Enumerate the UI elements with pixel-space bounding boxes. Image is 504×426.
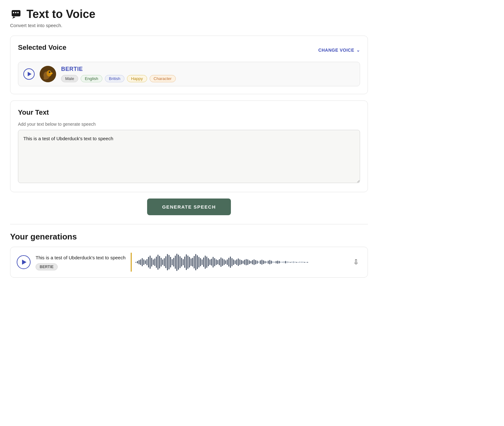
generate-speech-button[interactable]: GENERATE SPEECH: [147, 199, 231, 215]
waveform-bar: [257, 261, 258, 263]
waveform-bar: [183, 259, 184, 266]
waveform-bar: [239, 259, 240, 265]
chevron-down-icon: ⌄: [356, 48, 360, 53]
waveform-bar: [291, 262, 292, 263]
svg-marker-1: [12, 16, 15, 19]
waveform-bar: [255, 260, 256, 264]
waveform-bar: [180, 256, 180, 268]
waveform-bar: [145, 260, 146, 264]
download-button[interactable]: ⇩: [351, 256, 361, 269]
text-input[interactable]: [18, 130, 360, 183]
generation-play-button[interactable]: [17, 255, 31, 269]
waveform-bar: [260, 260, 261, 264]
svg-rect-3: [15, 12, 16, 13]
waveform-bar: [241, 260, 242, 264]
waveform-bar: [288, 262, 289, 263]
waveform-bar: [170, 257, 171, 267]
svg-point-9: [50, 72, 50, 72]
waveform-bar: [192, 258, 193, 267]
waveform-bar: [200, 258, 201, 267]
waveform-bar: [266, 261, 267, 263]
generation-item: This is a test of Ubderduck's text to sp…: [10, 247, 368, 278]
waveform-bar: [172, 259, 173, 266]
generation-voice-tag: BERTIE: [36, 263, 58, 270]
waveform-bar: [175, 256, 176, 269]
play-icon: [28, 72, 32, 76]
waveform-bar: [137, 261, 138, 263]
waveform-bar: [295, 262, 295, 263]
tag-english: English: [81, 75, 102, 82]
waveform-bar: [269, 260, 270, 264]
waveform-bar: [195, 254, 196, 270]
waveform-bar: [282, 262, 283, 263]
waveform-bar: [249, 260, 250, 264]
waveform-bar: [176, 254, 177, 271]
tag-british: British: [105, 75, 124, 82]
waveform-bar: [205, 256, 206, 269]
page-title: Text to Voice: [26, 8, 95, 21]
waveform-bar: [161, 258, 162, 267]
waveform-bar: [213, 257, 214, 268]
waveform-bar: [216, 259, 217, 265]
waveform-bar: [247, 259, 248, 265]
waveform-bar: [227, 259, 228, 265]
waveform-bar: [228, 258, 229, 267]
generations-title: Your generations: [10, 232, 368, 242]
waveform-bar: [206, 256, 207, 268]
waveform-bar: [203, 257, 204, 267]
waveform-bar: [293, 261, 294, 263]
waveform-bar: [184, 256, 185, 268]
waveform-bar: [263, 260, 264, 264]
waveform-bar: [154, 258, 155, 266]
waveform-bar: [243, 261, 243, 263]
page-subtitle: Convert text into speech.: [10, 23, 368, 28]
waveform-bar: [217, 260, 218, 264]
waveform-bar: [198, 257, 199, 267]
waveform-bar: [140, 259, 141, 265]
selected-voice-title: Selected Voice: [18, 43, 66, 52]
waveform-bar: [230, 256, 231, 268]
waveform-bar: [279, 261, 280, 263]
waveform-bar: [254, 259, 255, 265]
waveform-bar: [235, 260, 236, 264]
waveform-bar: [233, 259, 234, 265]
voice-preview-play-button[interactable]: [23, 68, 35, 80]
generation-text-section: This is a test of Ubderduck's text to sp…: [36, 254, 126, 270]
voice-tags: Male English British Happy Character: [61, 75, 176, 82]
waveform-bar: [209, 259, 210, 265]
waveform-bar: [222, 258, 223, 266]
your-text-title: Your Text: [18, 108, 360, 117]
waveform-bar: [252, 260, 253, 264]
waveform-bar: [187, 256, 188, 269]
change-voice-button[interactable]: CHANGE VOICE ⌄: [318, 48, 360, 53]
voice-info: BERTIE Male English British Happy Charac…: [61, 66, 176, 82]
waveform-bar: [162, 259, 163, 265]
waveform-bar: [135, 262, 136, 263]
generation-play-icon: [22, 260, 26, 265]
waveform-bar: [219, 259, 220, 266]
waveform-bar: [232, 258, 232, 267]
download-icon: ⇩: [353, 258, 359, 266]
voice-item: BERTIE Male English British Happy Charac…: [18, 62, 360, 86]
app-icon: [10, 8, 23, 21]
generate-section: GENERATE SPEECH: [10, 199, 368, 215]
waveform-bar: [164, 258, 165, 267]
waveform-bar: [296, 262, 297, 263]
waveform-bar: [236, 259, 237, 265]
voice-avatar: [40, 66, 56, 82]
waveform-bar: [165, 256, 166, 268]
voice-header: Selected Voice CHANGE VOICE ⌄: [18, 43, 360, 57]
waveform-bar: [153, 259, 154, 265]
waveform-bar: [143, 259, 144, 265]
waveform-bar: [285, 261, 286, 263]
waveform-bar: [142, 258, 143, 267]
waveform-bar: [159, 256, 160, 268]
waveform-bar: [194, 256, 195, 268]
svg-rect-2: [13, 12, 14, 13]
waveform-bar: [287, 261, 288, 263]
waveform-bar: [186, 254, 187, 270]
app-header: Text to Voice: [10, 8, 368, 21]
waveform-bar: [151, 258, 152, 267]
waveform-bar: [178, 255, 179, 269]
waveform-bar: [169, 255, 169, 269]
